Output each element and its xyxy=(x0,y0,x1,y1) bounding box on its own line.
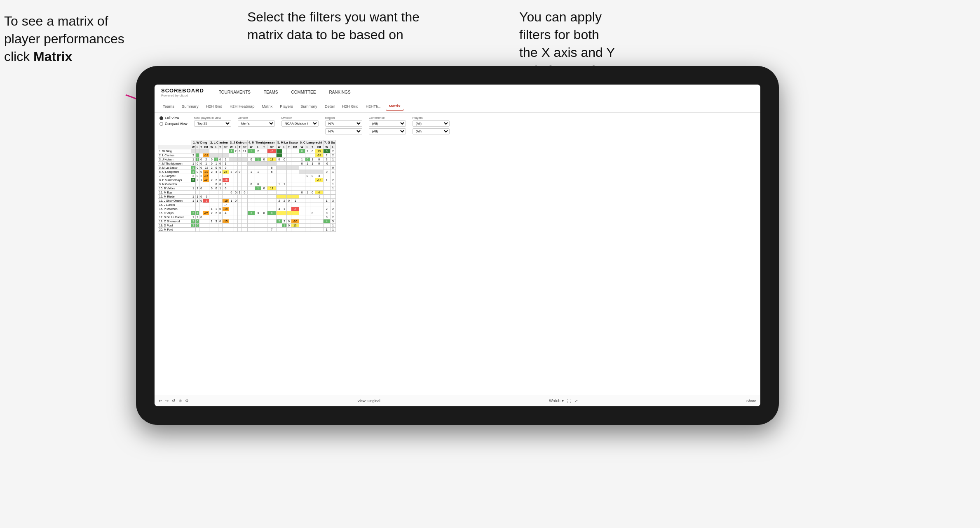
tab-matrix1[interactable]: Matrix xyxy=(258,102,276,110)
matrix-cell xyxy=(248,228,255,232)
matrix-cell: 0 xyxy=(299,191,305,195)
tab-h2h-grid2[interactable]: H2H Grid xyxy=(339,102,362,110)
matrix-cell: 0 xyxy=(323,211,330,215)
tab-h2hth[interactable]: H2HTh... xyxy=(363,102,385,110)
matrix-cell: 24 xyxy=(222,170,229,174)
matrix-cell xyxy=(191,149,196,153)
matrix-cell: 0 xyxy=(310,174,315,178)
max-players-select[interactable]: Top 25 xyxy=(194,120,231,127)
tab-h2h-grid1[interactable]: H2H Grid xyxy=(203,102,226,110)
matrix-cell xyxy=(248,166,255,170)
gender-select[interactable]: Men's xyxy=(238,120,275,127)
matrix-cell: 1 xyxy=(222,162,229,166)
conference-select-1[interactable]: (All) xyxy=(369,120,406,127)
matrix-cell: 0 xyxy=(218,182,222,186)
matrix-cell xyxy=(291,170,299,174)
table-row: 6. C Lamprecht300-192412430011601 xyxy=(158,170,336,174)
tab-teams[interactable]: Teams xyxy=(159,102,178,110)
tab-players[interactable]: Players xyxy=(277,102,296,110)
full-view-option[interactable]: Full View xyxy=(159,116,188,120)
tab-matrix2[interactable]: Matrix xyxy=(386,102,404,111)
nav-teams[interactable]: TEAMS xyxy=(262,90,279,94)
matrix-cell xyxy=(261,228,267,232)
matrix-cell: 0 xyxy=(209,162,214,166)
settings-icon[interactable]: ⚙ xyxy=(185,398,189,403)
matrix-cell xyxy=(241,166,247,170)
matrix-cell xyxy=(255,166,261,170)
share-label[interactable]: Share xyxy=(746,399,756,403)
tab-summary2[interactable]: Summary xyxy=(297,102,321,110)
matrix-cell xyxy=(286,149,291,153)
matrix-cell: 2 xyxy=(191,211,196,215)
compact-view-option[interactable]: Compact View xyxy=(159,122,188,126)
matrix-cell: 0 xyxy=(261,211,267,215)
matrix-cell xyxy=(305,153,310,158)
matrix-cell: 2 xyxy=(214,178,218,182)
matrix-cell: -3 xyxy=(203,199,209,203)
tab-summary1[interactable]: Summary xyxy=(178,102,202,110)
matrix-cell: 0 xyxy=(196,162,199,166)
matrix-cell xyxy=(267,203,276,207)
matrix-cell xyxy=(286,153,291,158)
conference-label: Conference xyxy=(369,116,406,120)
conference-select-2[interactable]: (All) xyxy=(369,128,406,134)
nav-rankings[interactable]: RANKINGS xyxy=(327,90,352,94)
tab-detail[interactable]: Detail xyxy=(321,102,338,110)
matrix-cell: -6 xyxy=(315,195,323,199)
matrix-cell: 2 xyxy=(282,219,286,224)
matrix-cell xyxy=(305,166,310,170)
refresh-icon[interactable]: ↺ xyxy=(172,398,175,403)
matrix-cell: 2 xyxy=(222,158,229,162)
matrix-cell: 0 xyxy=(310,149,315,153)
nav-tournaments[interactable]: TOURNAMENTS xyxy=(217,90,252,94)
zoom-icon[interactable]: ⊕ xyxy=(178,398,182,403)
matrix-cell xyxy=(282,211,286,215)
matrix-cell xyxy=(291,149,299,153)
matrix-cell xyxy=(248,153,255,158)
matrix-cell xyxy=(209,203,214,207)
matrix-cell xyxy=(282,153,286,158)
matrix-cell xyxy=(229,203,234,207)
matrix-cell: 0 xyxy=(315,162,323,166)
matrix-cell xyxy=(203,186,209,191)
region-select-2[interactable]: N/A xyxy=(325,128,362,134)
matrix-cell: -15 xyxy=(203,174,209,178)
matrix-cell: 1 xyxy=(196,195,199,199)
matrix-cell xyxy=(234,182,237,186)
matrix-cell: 0 xyxy=(218,219,222,224)
players-select-1[interactable]: (All) xyxy=(413,120,450,127)
matrix-cell xyxy=(191,228,196,232)
tab-h2h-heatmap[interactable]: H2H Heatmap xyxy=(226,102,258,110)
matrix-cell xyxy=(286,207,291,211)
division-select[interactable]: NCAA Division I xyxy=(281,120,319,127)
watch-label[interactable]: Watch ▾ xyxy=(549,398,564,403)
fullscreen-icon[interactable]: ⛶ xyxy=(567,398,571,403)
matrix-cell xyxy=(238,174,241,178)
matrix-cell: 0 xyxy=(218,207,222,211)
matrix-cell xyxy=(222,174,229,178)
matrix-cell xyxy=(315,224,323,228)
matrix-cell: 1 xyxy=(305,191,310,195)
matrix-cell: 3 xyxy=(214,219,218,224)
share-icon[interactable]: ↗ xyxy=(574,398,578,403)
table-row: 2. L Clanton2-18-2422 xyxy=(158,153,336,158)
matrix-cell: 6 xyxy=(267,170,276,174)
matrix-cell: 0 xyxy=(196,170,199,174)
matrix-cell: 0 xyxy=(248,158,255,162)
matrix-cell: 2 xyxy=(196,178,199,182)
matrix-cell: 0 xyxy=(196,224,199,228)
matrix-cell xyxy=(267,162,276,166)
matrix-cell: 0 xyxy=(199,170,203,174)
players-select-2[interactable]: (All) xyxy=(413,128,450,134)
matrix-cell: -18 xyxy=(203,166,209,170)
matrix-cell: 0 xyxy=(209,186,214,191)
matrix-cell: 7 xyxy=(267,228,276,232)
region-select-1[interactable]: N/A xyxy=(325,120,362,127)
nav-committee[interactable]: COMMITTEE xyxy=(289,90,317,94)
gender-label: Gender xyxy=(238,116,275,120)
undo-icon[interactable]: ↩ xyxy=(159,398,162,403)
matrix-cell: 1 xyxy=(282,182,286,186)
redo-icon[interactable]: ↪ xyxy=(165,398,169,403)
matrix-cell xyxy=(241,224,247,228)
matrix-cell xyxy=(241,158,247,162)
